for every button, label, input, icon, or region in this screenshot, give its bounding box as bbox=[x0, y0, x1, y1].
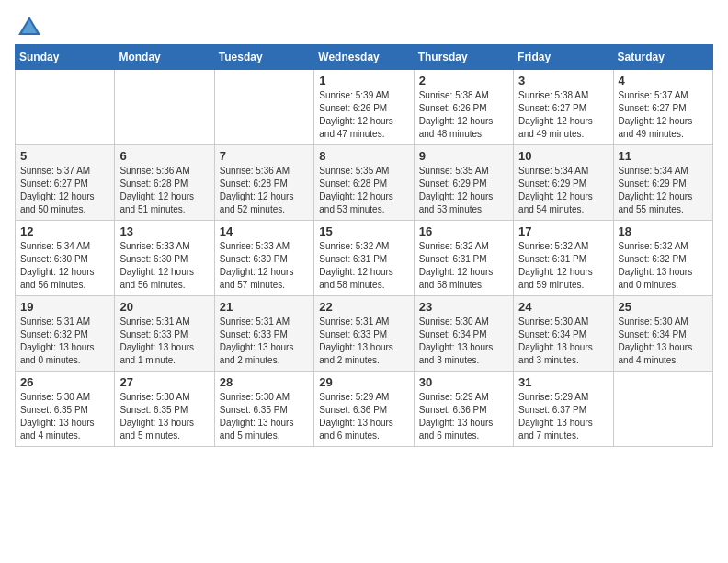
day-number: 21 bbox=[220, 300, 309, 314]
day-info: Sunrise: 5:32 AM Sunset: 6:32 PM Dayligh… bbox=[619, 240, 708, 292]
weekday-header-row: SundayMondayTuesdayWednesdayThursdayFrid… bbox=[16, 45, 713, 70]
day-info: Sunrise: 5:38 AM Sunset: 6:26 PM Dayligh… bbox=[419, 89, 508, 141]
calendar-cell: 7Sunrise: 5:36 AM Sunset: 6:28 PM Daylig… bbox=[214, 145, 313, 221]
calendar-cell: 4Sunrise: 5:37 AM Sunset: 6:27 PM Daylig… bbox=[613, 70, 712, 145]
day-info: Sunrise: 5:37 AM Sunset: 6:27 PM Dayligh… bbox=[619, 89, 708, 141]
day-number: 6 bbox=[119, 149, 209, 163]
day-info: Sunrise: 5:30 AM Sunset: 6:34 PM Dayligh… bbox=[619, 316, 708, 367]
calendar-cell: 15Sunrise: 5:32 AM Sunset: 6:31 PM Dayli… bbox=[314, 221, 414, 296]
calendar-cell: 22Sunrise: 5:31 AM Sunset: 6:33 PM Dayli… bbox=[314, 296, 414, 372]
calendar-cell: 1Sunrise: 5:39 AM Sunset: 6:26 PM Daylig… bbox=[314, 70, 414, 145]
day-info: Sunrise: 5:38 AM Sunset: 6:27 PM Dayligh… bbox=[518, 89, 608, 141]
day-number: 10 bbox=[518, 149, 608, 163]
day-number: 25 bbox=[619, 300, 708, 314]
day-info: Sunrise: 5:39 AM Sunset: 6:26 PM Dayligh… bbox=[319, 89, 408, 141]
day-info: Sunrise: 5:30 AM Sunset: 6:35 PM Dayligh… bbox=[220, 391, 309, 442]
day-info: Sunrise: 5:35 AM Sunset: 6:29 PM Dayligh… bbox=[419, 165, 508, 216]
calendar-cell: 26Sunrise: 5:30 AM Sunset: 6:35 PM Dayli… bbox=[16, 372, 115, 447]
day-info: Sunrise: 5:30 AM Sunset: 6:34 PM Dayligh… bbox=[518, 316, 608, 367]
calendar-cell: 13Sunrise: 5:33 AM Sunset: 6:30 PM Dayli… bbox=[115, 221, 214, 296]
weekday-header-thursday: Thursday bbox=[414, 45, 513, 70]
calendar-cell: 24Sunrise: 5:30 AM Sunset: 6:34 PM Dayli… bbox=[514, 296, 613, 372]
day-number: 7 bbox=[220, 149, 309, 163]
weekday-header-wednesday: Wednesday bbox=[314, 45, 414, 70]
week-row-5: 26Sunrise: 5:30 AM Sunset: 6:35 PM Dayli… bbox=[16, 372, 713, 447]
day-info: Sunrise: 5:37 AM Sunset: 6:27 PM Dayligh… bbox=[20, 165, 109, 216]
calendar-cell: 9Sunrise: 5:35 AM Sunset: 6:29 PM Daylig… bbox=[414, 145, 513, 221]
week-row-1: 1Sunrise: 5:39 AM Sunset: 6:26 PM Daylig… bbox=[16, 70, 713, 145]
calendar-cell: 11Sunrise: 5:34 AM Sunset: 6:29 PM Dayli… bbox=[613, 145, 712, 221]
day-number: 23 bbox=[419, 300, 508, 314]
weekday-header-friday: Friday bbox=[514, 45, 613, 70]
day-info: Sunrise: 5:35 AM Sunset: 6:28 PM Dayligh… bbox=[319, 165, 408, 216]
weekday-header-sunday: Sunday bbox=[16, 45, 115, 70]
day-number: 12 bbox=[20, 224, 109, 238]
day-info: Sunrise: 5:34 AM Sunset: 6:30 PM Dayligh… bbox=[20, 240, 109, 292]
day-number: 8 bbox=[319, 149, 408, 163]
day-info: Sunrise: 5:30 AM Sunset: 6:35 PM Dayligh… bbox=[119, 391, 209, 442]
calendar-cell: 12Sunrise: 5:34 AM Sunset: 6:30 PM Dayli… bbox=[16, 221, 115, 296]
day-number: 28 bbox=[220, 375, 309, 389]
day-info: Sunrise: 5:36 AM Sunset: 6:28 PM Dayligh… bbox=[220, 165, 309, 216]
calendar-cell bbox=[214, 70, 313, 145]
calendar-cell: 23Sunrise: 5:30 AM Sunset: 6:34 PM Dayli… bbox=[414, 296, 513, 372]
calendar-cell: 21Sunrise: 5:31 AM Sunset: 6:33 PM Dayli… bbox=[214, 296, 313, 372]
week-row-4: 19Sunrise: 5:31 AM Sunset: 6:32 PM Dayli… bbox=[16, 296, 713, 372]
day-info: Sunrise: 5:31 AM Sunset: 6:33 PM Dayligh… bbox=[220, 316, 309, 367]
day-number: 18 bbox=[619, 224, 708, 238]
calendar-cell: 30Sunrise: 5:29 AM Sunset: 6:36 PM Dayli… bbox=[414, 372, 513, 447]
day-info: Sunrise: 5:29 AM Sunset: 6:37 PM Dayligh… bbox=[518, 391, 608, 442]
day-info: Sunrise: 5:32 AM Sunset: 6:31 PM Dayligh… bbox=[319, 240, 408, 292]
calendar-cell: 17Sunrise: 5:32 AM Sunset: 6:31 PM Dayli… bbox=[514, 221, 613, 296]
calendar-cell bbox=[115, 70, 214, 145]
day-number: 17 bbox=[518, 224, 608, 238]
calendar-cell: 20Sunrise: 5:31 AM Sunset: 6:33 PM Dayli… bbox=[115, 296, 214, 372]
week-row-2: 5Sunrise: 5:37 AM Sunset: 6:27 PM Daylig… bbox=[16, 145, 713, 221]
calendar-cell: 31Sunrise: 5:29 AM Sunset: 6:37 PM Dayli… bbox=[514, 372, 613, 447]
day-number: 22 bbox=[319, 300, 408, 314]
day-info: Sunrise: 5:31 AM Sunset: 6:33 PM Dayligh… bbox=[319, 316, 408, 367]
calendar-cell: 14Sunrise: 5:33 AM Sunset: 6:30 PM Dayli… bbox=[214, 221, 313, 296]
day-info: Sunrise: 5:32 AM Sunset: 6:31 PM Dayligh… bbox=[518, 240, 608, 292]
calendar-cell bbox=[613, 372, 712, 447]
day-number: 13 bbox=[119, 224, 209, 238]
calendar-table: SundayMondayTuesdayWednesdayThursdayFrid… bbox=[15, 44, 713, 447]
day-number: 20 bbox=[119, 300, 209, 314]
day-info: Sunrise: 5:31 AM Sunset: 6:33 PM Dayligh… bbox=[119, 316, 209, 367]
day-number: 11 bbox=[619, 149, 708, 163]
calendar-cell: 18Sunrise: 5:32 AM Sunset: 6:32 PM Dayli… bbox=[613, 221, 712, 296]
day-info: Sunrise: 5:29 AM Sunset: 6:36 PM Dayligh… bbox=[319, 391, 408, 442]
calendar-cell: 3Sunrise: 5:38 AM Sunset: 6:27 PM Daylig… bbox=[514, 70, 613, 145]
day-number: 9 bbox=[419, 149, 508, 163]
calendar-cell: 25Sunrise: 5:30 AM Sunset: 6:34 PM Dayli… bbox=[613, 296, 712, 372]
calendar-cell: 27Sunrise: 5:30 AM Sunset: 6:35 PM Dayli… bbox=[115, 372, 214, 447]
day-info: Sunrise: 5:30 AM Sunset: 6:34 PM Dayligh… bbox=[419, 316, 508, 367]
logo-icon bbox=[17, 15, 42, 40]
calendar-cell: 19Sunrise: 5:31 AM Sunset: 6:32 PM Dayli… bbox=[16, 296, 115, 372]
day-number: 29 bbox=[319, 375, 408, 389]
weekday-header-saturday: Saturday bbox=[613, 45, 712, 70]
day-number: 19 bbox=[20, 300, 109, 314]
day-number: 5 bbox=[20, 149, 109, 163]
day-number: 27 bbox=[119, 375, 209, 389]
calendar-cell: 29Sunrise: 5:29 AM Sunset: 6:36 PM Dayli… bbox=[314, 372, 414, 447]
calendar-cell: 28Sunrise: 5:30 AM Sunset: 6:35 PM Dayli… bbox=[214, 372, 313, 447]
page-header bbox=[15, 15, 713, 37]
day-number: 15 bbox=[319, 224, 408, 238]
day-number: 14 bbox=[220, 224, 309, 238]
calendar-cell: 16Sunrise: 5:32 AM Sunset: 6:31 PM Dayli… bbox=[414, 221, 513, 296]
logo bbox=[15, 15, 42, 37]
day-number: 24 bbox=[518, 300, 608, 314]
day-number: 26 bbox=[20, 375, 109, 389]
weekday-header-monday: Monday bbox=[115, 45, 214, 70]
day-info: Sunrise: 5:33 AM Sunset: 6:30 PM Dayligh… bbox=[119, 240, 209, 292]
day-number: 31 bbox=[518, 375, 608, 389]
weekday-header-tuesday: Tuesday bbox=[214, 45, 313, 70]
day-info: Sunrise: 5:33 AM Sunset: 6:30 PM Dayligh… bbox=[220, 240, 309, 292]
day-info: Sunrise: 5:31 AM Sunset: 6:32 PM Dayligh… bbox=[20, 316, 109, 367]
day-number: 30 bbox=[419, 375, 508, 389]
day-number: 2 bbox=[419, 74, 508, 87]
day-number: 4 bbox=[619, 74, 708, 87]
day-info: Sunrise: 5:36 AM Sunset: 6:28 PM Dayligh… bbox=[119, 165, 209, 216]
day-info: Sunrise: 5:29 AM Sunset: 6:36 PM Dayligh… bbox=[419, 391, 508, 442]
